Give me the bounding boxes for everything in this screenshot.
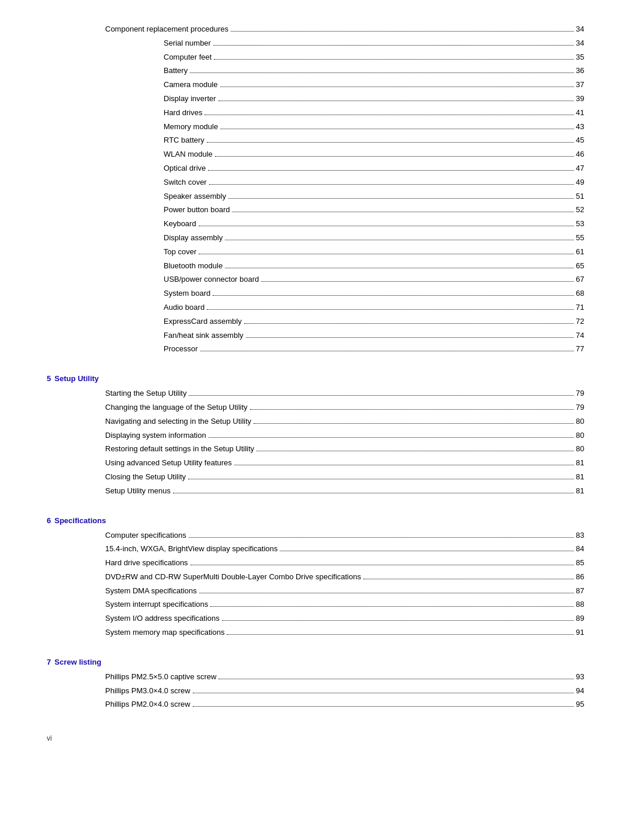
page-num: 71 xyxy=(576,302,584,314)
entry-text: Serial number xyxy=(164,37,211,50)
entry-text: System memory map specifications xyxy=(105,627,224,639)
toc-entry: Switch cover 49 xyxy=(47,177,584,189)
section-5: 5 Setup Utility Starting the Setup Utili… xyxy=(47,374,584,497)
page-num: 35 xyxy=(576,51,584,64)
page-num: 43 xyxy=(576,121,584,133)
toc-entry: System DMA specifications 87 xyxy=(47,585,584,597)
dots xyxy=(232,212,573,212)
entry-text: System board xyxy=(164,288,210,300)
section-title-7: Screw listing xyxy=(54,658,101,666)
page-num: 85 xyxy=(576,557,584,569)
dots xyxy=(207,309,573,310)
page-num: 45 xyxy=(576,134,584,147)
entry-text: Processor xyxy=(164,343,198,355)
toc-entry: Display assembly 55 xyxy=(47,232,584,244)
toc-entry: USB/power connector board 67 xyxy=(47,274,584,286)
dots xyxy=(219,679,573,679)
toc-entry: Using advanced Setup Utility features 81 xyxy=(47,457,584,469)
page-num: 95 xyxy=(576,699,584,711)
entry-text: Top cover xyxy=(164,246,196,258)
dots xyxy=(250,409,574,410)
page-num: 72 xyxy=(576,316,584,328)
toc-entry: Audio board 71 xyxy=(47,302,584,314)
page-num: 93 xyxy=(576,671,584,683)
entry-text: Phillips PM2.5×5.0 captive screw xyxy=(105,671,216,683)
entry-text: Changing the language of the Setup Utili… xyxy=(105,402,248,414)
page-num: 81 xyxy=(576,471,584,483)
dots xyxy=(188,479,574,479)
page-num: 79 xyxy=(576,402,584,414)
dots xyxy=(210,606,573,607)
dots xyxy=(256,451,573,451)
dots xyxy=(209,437,574,438)
entry-text: Setup Utility menus xyxy=(105,485,171,497)
toc-entry: Navigating and selecting in the Setup Ut… xyxy=(47,416,584,428)
continuation-section: Component replacement procedures 34 Seri… xyxy=(47,23,584,355)
dots xyxy=(214,59,573,60)
dots xyxy=(228,198,574,199)
dots xyxy=(173,493,574,493)
page-num: 80 xyxy=(576,443,584,455)
section-title-6: Specifications xyxy=(54,516,106,525)
entry-text: Bluetooth module xyxy=(164,260,223,272)
page-num: 34 xyxy=(576,23,584,36)
dots xyxy=(261,281,573,282)
entry-text: DVD±RW and CD-RW SuperMulti Double-Layer… xyxy=(105,571,361,583)
dots xyxy=(231,31,574,32)
entry-text: Computer feet xyxy=(164,51,212,64)
toc-entry: Starting the Setup Utility 79 xyxy=(47,388,584,400)
entry-text: Using advanced Setup Utility features xyxy=(105,457,232,469)
entry-text: WLAN module xyxy=(164,148,213,161)
page-num: 65 xyxy=(576,260,584,272)
toc-entry: System memory map specifications 91 xyxy=(47,627,584,639)
page-num: 55 xyxy=(576,232,584,244)
page-num: 46 xyxy=(576,148,584,161)
toc-entry: Fan/heat sink assembly 74 xyxy=(47,330,584,342)
page-num: 79 xyxy=(576,388,584,400)
toc-entry: Phillips PM3.0×4.0 screw 94 xyxy=(47,685,584,697)
dots xyxy=(254,423,573,424)
entry-text: System interrupt specifications xyxy=(105,599,208,611)
page-num: 81 xyxy=(576,485,584,497)
dots xyxy=(199,226,574,226)
entry-text: Memory module xyxy=(164,121,218,133)
page-num: 88 xyxy=(576,599,584,611)
dots xyxy=(219,101,574,101)
dots xyxy=(199,254,573,254)
dots xyxy=(213,295,573,296)
section-number-6: 6 xyxy=(47,516,51,525)
toc-entry: Bluetooth module 65 xyxy=(47,260,584,272)
dots xyxy=(222,620,574,621)
toc-entry: DVD±RW and CD-RW SuperMulti Double-Layer… xyxy=(47,571,584,583)
page-number: vi xyxy=(47,734,52,742)
entry-text: Optical drive xyxy=(164,163,206,175)
entry-text: Restoring default settings in the Setup … xyxy=(105,443,254,455)
dots xyxy=(244,323,574,324)
dots xyxy=(193,706,574,707)
toc-entry: Top cover 61 xyxy=(47,246,584,258)
dots xyxy=(199,593,574,593)
dots xyxy=(189,395,573,396)
dots xyxy=(208,170,573,171)
entry-text: ExpressCard assembly xyxy=(164,316,242,328)
page-num: 67 xyxy=(576,274,584,286)
dots xyxy=(246,337,574,338)
section-number-7: 7 xyxy=(47,658,51,666)
dots xyxy=(215,156,574,157)
page-num: 51 xyxy=(576,191,584,203)
dots xyxy=(209,184,574,185)
dots xyxy=(189,537,574,538)
page-num: 80 xyxy=(576,416,584,428)
page-num: 86 xyxy=(576,571,584,583)
section-7: 7 Screw listing Phillips PM2.5×5.0 capti… xyxy=(47,658,584,711)
toc-entry: Phillips PM2.5×5.0 captive screw 93 xyxy=(47,671,584,683)
page-num: 49 xyxy=(576,177,584,189)
dots xyxy=(220,129,573,129)
toc-entry: 15.4-inch, WXGA, BrightView display spec… xyxy=(47,543,584,555)
toc-entry: ExpressCard assembly 72 xyxy=(47,316,584,328)
entry-text: Camera module xyxy=(164,79,218,91)
entry-text: Audio board xyxy=(164,302,204,314)
entry-text: Displaying system information xyxy=(105,430,206,442)
toc-entry: System interrupt specifications 88 xyxy=(47,599,584,611)
section-header-7: 7 Screw listing xyxy=(47,658,584,666)
